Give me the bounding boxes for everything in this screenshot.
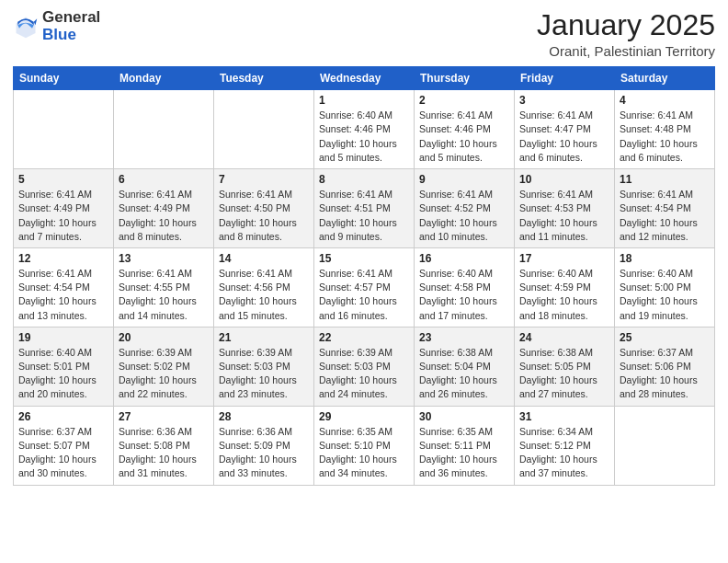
calendar-cell: 2Sunrise: 6:41 AM Sunset: 4:46 PM Daylig… [415,90,515,169]
day-number: 5 [18,173,108,186]
day-info: Sunrise: 6:40 AM Sunset: 4:46 PM Dayligh… [319,109,409,165]
header: General Blue January 2025 Oranit, Palest… [13,9,715,59]
day-number: 23 [419,331,509,344]
calendar-cell: 4Sunrise: 6:41 AM Sunset: 4:48 PM Daylig… [615,90,715,169]
main-title: January 2025 [537,9,715,41]
calendar-cell: 31Sunrise: 6:34 AM Sunset: 5:12 PM Dayli… [515,406,615,485]
calendar-cell: 25Sunrise: 6:37 AM Sunset: 5:06 PM Dayli… [615,327,715,406]
day-number: 19 [18,331,108,344]
calendar-week-row: 19Sunrise: 6:40 AM Sunset: 5:01 PM Dayli… [14,327,715,406]
day-info: Sunrise: 6:41 AM Sunset: 4:56 PM Dayligh… [219,267,309,323]
calendar-cell: 6Sunrise: 6:41 AM Sunset: 4:49 PM Daylig… [114,169,214,248]
calendar-cell: 20Sunrise: 6:39 AM Sunset: 5:02 PM Dayli… [114,327,214,406]
calendar-cell: 26Sunrise: 6:37 AM Sunset: 5:07 PM Dayli… [14,406,114,485]
page: General Blue January 2025 Oranit, Palest… [0,0,728,563]
calendar-week-row: 1Sunrise: 6:40 AM Sunset: 4:46 PM Daylig… [14,90,715,169]
weekday-header-sunday: Sunday [14,67,114,90]
day-number: 16 [419,252,509,265]
day-info: Sunrise: 6:40 AM Sunset: 5:01 PM Dayligh… [18,346,108,402]
day-number: 15 [319,252,409,265]
day-number: 30 [419,410,509,423]
day-info: Sunrise: 6:41 AM Sunset: 4:48 PM Dayligh… [620,109,710,165]
day-number: 27 [119,410,209,423]
calendar-cell [14,90,114,169]
title-block: January 2025 Oranit, Palestinian Territo… [537,9,715,59]
day-info: Sunrise: 6:41 AM Sunset: 4:52 PM Dayligh… [419,188,509,244]
day-number: 11 [620,173,710,186]
calendar-cell: 24Sunrise: 6:38 AM Sunset: 5:05 PM Dayli… [515,327,615,406]
weekday-header-row: SundayMondayTuesdayWednesdayThursdayFrid… [14,67,715,90]
day-number: 29 [319,410,409,423]
day-number: 26 [18,410,108,423]
calendar-cell: 1Sunrise: 6:40 AM Sunset: 4:46 PM Daylig… [314,90,415,169]
day-info: Sunrise: 6:36 AM Sunset: 5:09 PM Dayligh… [219,425,309,481]
logo: General Blue [13,9,100,43]
calendar-cell: 17Sunrise: 6:40 AM Sunset: 4:59 PM Dayli… [515,247,615,327]
day-number: 21 [219,331,309,344]
calendar-cell: 5Sunrise: 6:41 AM Sunset: 4:49 PM Daylig… [14,169,114,248]
calendar-cell: 16Sunrise: 6:40 AM Sunset: 4:58 PM Dayli… [415,247,515,327]
calendar-cell: 21Sunrise: 6:39 AM Sunset: 5:03 PM Dayli… [214,327,314,406]
calendar-cell: 13Sunrise: 6:41 AM Sunset: 4:55 PM Dayli… [114,247,214,327]
day-number: 25 [620,331,710,344]
logo-icon [13,14,39,40]
subtitle: Oranit, Palestinian Territory [537,43,715,59]
logo-text: General Blue [42,9,100,43]
day-number: 20 [119,331,209,344]
logo-general-text: General [42,9,100,27]
calendar-week-row: 26Sunrise: 6:37 AM Sunset: 5:07 PM Dayli… [14,406,715,485]
logo-blue-text: Blue [42,27,100,44]
calendar-cell: 12Sunrise: 6:41 AM Sunset: 4:54 PM Dayli… [14,247,114,327]
calendar-cell [114,90,214,169]
day-number: 31 [519,410,609,423]
calendar-cell [615,406,715,485]
calendar-cell: 29Sunrise: 6:35 AM Sunset: 5:10 PM Dayli… [314,406,415,485]
day-info: Sunrise: 6:41 AM Sunset: 4:49 PM Dayligh… [119,188,209,244]
calendar-cell: 8Sunrise: 6:41 AM Sunset: 4:51 PM Daylig… [314,169,415,248]
weekday-header-saturday: Saturday [615,67,715,90]
weekday-header-thursday: Thursday [415,67,515,90]
day-number: 8 [319,173,409,186]
day-number: 28 [219,410,309,423]
day-info: Sunrise: 6:38 AM Sunset: 5:05 PM Dayligh… [519,346,609,402]
day-info: Sunrise: 6:35 AM Sunset: 5:11 PM Dayligh… [419,425,509,481]
calendar-body: 1Sunrise: 6:40 AM Sunset: 4:46 PM Daylig… [14,90,715,485]
day-info: Sunrise: 6:39 AM Sunset: 5:03 PM Dayligh… [219,346,309,402]
weekday-header-friday: Friday [515,67,615,90]
day-info: Sunrise: 6:40 AM Sunset: 4:58 PM Dayligh… [419,267,509,323]
day-info: Sunrise: 6:34 AM Sunset: 5:12 PM Dayligh… [519,425,609,481]
calendar-cell: 23Sunrise: 6:38 AM Sunset: 5:04 PM Dayli… [415,327,515,406]
day-number: 14 [219,252,309,265]
calendar-cell: 3Sunrise: 6:41 AM Sunset: 4:47 PM Daylig… [515,90,615,169]
calendar-cell: 28Sunrise: 6:36 AM Sunset: 5:09 PM Dayli… [214,406,314,485]
day-number: 9 [419,173,509,186]
calendar-table: SundayMondayTuesdayWednesdayThursdayFrid… [13,66,715,485]
calendar-cell: 22Sunrise: 6:39 AM Sunset: 5:03 PM Dayli… [314,327,415,406]
calendar-cell: 7Sunrise: 6:41 AM Sunset: 4:50 PM Daylig… [214,169,314,248]
day-number: 17 [519,252,609,265]
calendar-cell: 30Sunrise: 6:35 AM Sunset: 5:11 PM Dayli… [415,406,515,485]
calendar-cell: 10Sunrise: 6:41 AM Sunset: 4:53 PM Dayli… [515,169,615,248]
day-info: Sunrise: 6:41 AM Sunset: 4:51 PM Dayligh… [319,188,409,244]
calendar-cell [214,90,314,169]
calendar-week-row: 12Sunrise: 6:41 AM Sunset: 4:54 PM Dayli… [14,247,715,327]
day-info: Sunrise: 6:39 AM Sunset: 5:02 PM Dayligh… [119,346,209,402]
day-info: Sunrise: 6:41 AM Sunset: 4:49 PM Dayligh… [18,188,108,244]
day-number: 1 [319,94,409,107]
day-number: 10 [519,173,609,186]
day-info: Sunrise: 6:40 AM Sunset: 5:00 PM Dayligh… [620,267,710,323]
weekday-header-tuesday: Tuesday [214,67,314,90]
day-info: Sunrise: 6:41 AM Sunset: 4:55 PM Dayligh… [119,267,209,323]
day-info: Sunrise: 6:41 AM Sunset: 4:50 PM Dayligh… [219,188,309,244]
day-info: Sunrise: 6:35 AM Sunset: 5:10 PM Dayligh… [319,425,409,481]
calendar-cell: 27Sunrise: 6:36 AM Sunset: 5:08 PM Dayli… [114,406,214,485]
day-info: Sunrise: 6:41 AM Sunset: 4:57 PM Dayligh… [319,267,409,323]
calendar-cell: 11Sunrise: 6:41 AM Sunset: 4:54 PM Dayli… [615,169,715,248]
weekday-header-monday: Monday [114,67,214,90]
calendar-header: SundayMondayTuesdayWednesdayThursdayFrid… [14,67,715,90]
day-info: Sunrise: 6:41 AM Sunset: 4:53 PM Dayligh… [519,188,609,244]
day-number: 4 [620,94,710,107]
calendar-cell: 18Sunrise: 6:40 AM Sunset: 5:00 PM Dayli… [615,247,715,327]
day-info: Sunrise: 6:36 AM Sunset: 5:08 PM Dayligh… [119,425,209,481]
day-info: Sunrise: 6:41 AM Sunset: 4:46 PM Dayligh… [419,109,509,165]
